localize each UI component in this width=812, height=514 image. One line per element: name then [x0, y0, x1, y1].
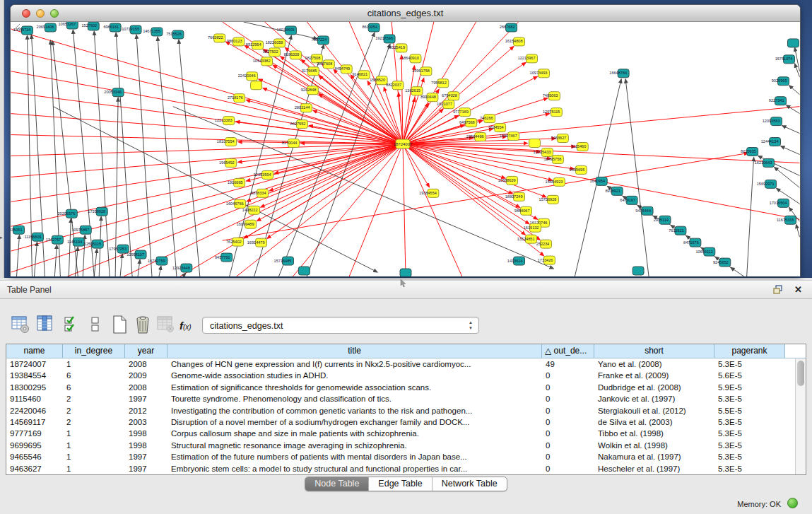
graph-node[interactable]: 17957253 — [109, 245, 129, 253]
graph-node[interactable]: 16154808 — [505, 37, 525, 46]
graph-node[interactable]: 6479197 — [620, 196, 637, 204]
table-cell[interactable]: 5.3E-5 — [714, 428, 785, 439]
graph-node[interactable]: 1965492 — [219, 158, 237, 167]
graph-node[interactable]: 10807467 — [500, 132, 519, 141]
table-cell[interactable]: Wolkin et al. (1998) — [594, 440, 714, 451]
graph-node[interactable]: 9146821 — [352, 71, 370, 79]
graph-node[interactable]: 15716485 — [274, 257, 294, 265]
table-cell[interactable]: 6 — [63, 382, 125, 393]
graph-node[interactable]: 1615132 — [524, 223, 541, 232]
table-cell[interactable]: 5.3E-5 — [714, 463, 785, 474]
memory-ok-indicator-icon[interactable] — [787, 498, 798, 508]
table-cell[interactable]: 0 — [542, 370, 594, 381]
graph-node[interactable]: 1413614 — [507, 257, 525, 265]
table-cell[interactable]: 0 — [542, 451, 594, 462]
graph-node[interactable]: 10688639 — [498, 176, 518, 185]
graph-node[interactable]: 12213383 — [215, 117, 235, 125]
graph-node[interactable]: 1640954 — [589, 177, 607, 185]
table-cell[interactable]: 6 — [63, 370, 125, 381]
table-cell[interactable]: 2008 — [125, 358, 167, 370]
table-cell[interactable]: 1 — [63, 358, 125, 370]
table-cell[interactable]: Stergiakouli et al. (2012) — [594, 405, 714, 416]
table-cell[interactable]: 2012 — [125, 405, 167, 416]
table-cell[interactable]: Tourette syndrome. Phenomenology and cla… — [167, 393, 542, 404]
resize-grip-icon[interactable] — [11, 22, 20, 32]
graph-node[interactable]: 20206576 — [57, 209, 77, 218]
graph-node[interactable]: 13524851 — [517, 235, 537, 243]
graph-node[interactable]: 16033809 — [277, 26, 297, 35]
table-cell[interactable]: 5.3E-5 — [714, 358, 785, 370]
graph-node[interactable]: 12093583 — [763, 117, 782, 126]
graph-node[interactable] — [632, 267, 644, 275]
graph-node[interactable]: 7663822 — [208, 34, 225, 42]
graph-node[interactable]: 7625402 — [226, 238, 244, 246]
table-cell[interactable]: 9699695 — [6, 440, 63, 451]
table-row[interactable]: 969969511998Structural magnetic resonanc… — [6, 440, 806, 451]
table-cell[interactable]: 9777169 — [6, 428, 63, 439]
window-titlebar[interactable]: citations_edges.txt — [11, 5, 800, 22]
table-row[interactable]: 1872400712008Changes of HCN gene express… — [6, 358, 806, 370]
graph-node[interactable]: 15654923 — [546, 177, 565, 186]
graph-node[interactable]: 9827502 — [263, 48, 281, 57]
graph-node[interactable]: 17016504 — [770, 199, 789, 207]
graph-node[interactable]: 1588520 — [370, 76, 387, 85]
table-row[interactable]: 977716911998Corpus callosum shape and si… — [6, 428, 806, 439]
graph-node[interactable]: 12923448 — [172, 264, 192, 272]
table-cell[interactable]: 1998 — [125, 428, 167, 439]
graph-node[interactable]: 1916685 — [228, 178, 245, 187]
column-header-short[interactable]: short — [594, 344, 714, 358]
table-cell[interactable]: 9463627 — [6, 463, 63, 474]
close-panel-icon[interactable]: ✕ — [794, 284, 802, 295]
function-builder-icon[interactable]: f(x) — [180, 320, 192, 332]
graph-node[interactable]: 1621077 — [437, 100, 454, 109]
graph-node[interactable]: 18107554 — [217, 138, 237, 146]
graph-node[interactable]: 17359928 — [88, 207, 107, 216]
citation-network-graph[interactable]: 1405572420691406106532671527602696616110… — [11, 22, 800, 276]
table-cell[interactable]: 5.3E-5 — [714, 451, 785, 462]
table-cell[interactable]: 49 — [542, 358, 594, 370]
graph-node[interactable]: 7515526 — [166, 30, 184, 39]
table-cell[interactable]: Hescheler et al. (1997) — [594, 463, 714, 474]
table-cell[interactable]: 0 — [542, 405, 594, 416]
graph-node[interactable]: 10958107 — [126, 250, 146, 259]
table-cell[interactable]: Estimation of significance thresholds fo… — [167, 382, 542, 393]
graph-node[interactable]: 2935114 — [654, 216, 671, 224]
graph-node[interactable]: 252234 — [536, 240, 552, 248]
column-header-name[interactable]: name — [6, 344, 63, 358]
graph-node[interactable]: 6966161 — [103, 23, 121, 32]
table-cell[interactable]: Franke et al. (2009) — [594, 370, 714, 381]
graph-node[interactable]: 15692971 — [757, 180, 777, 188]
graph-node[interactable]: 10719155 — [122, 25, 141, 34]
graph-node[interactable]: 15751074 — [775, 55, 795, 64]
table-cell[interactable]: 5.9E-5 — [714, 382, 785, 393]
graph-node[interactable]: 19384554 — [419, 189, 439, 197]
graph-node[interactable]: 10653267 — [58, 22, 78, 29]
graph-node[interactable]: 18640910 — [401, 54, 421, 63]
graph-node[interactable]: 12975115 — [543, 108, 562, 117]
table-cell[interactable]: Dudbridge et al. (2008) — [594, 382, 714, 393]
table-cell[interactable]: 5.3E-5 — [714, 416, 785, 428]
graph-node[interactable]: 8427552 — [290, 120, 308, 129]
graph-node[interactable]: 1362615 — [405, 87, 423, 95]
tab-network-table[interactable]: Network Table — [433, 477, 507, 491]
graph-node[interactable]: 2718176 — [228, 94, 245, 103]
table-cell[interactable]: 0 — [542, 440, 594, 451]
graph-node[interactable]: 18807249 — [505, 192, 525, 201]
graph-node[interactable]: 8170044 — [282, 139, 300, 148]
graph-node[interactable] — [400, 269, 411, 276]
column-header-in-degree[interactable]: in_degree — [63, 344, 125, 358]
graph-node[interactable]: 16648784 — [609, 69, 629, 78]
trash-icon[interactable] — [134, 315, 151, 334]
rows-icon[interactable] — [90, 315, 100, 334]
graph-node[interactable]: 7857224 — [312, 36, 329, 45]
graph-node[interactable]: 16210643 — [755, 158, 775, 167]
table-cell[interactable]: 2008 — [125, 382, 167, 393]
table-cell[interactable]: Genome-wide association studies in ADHD. — [167, 370, 542, 381]
graph-node[interactable]: 746266 — [480, 115, 495, 123]
graph-node[interactable]: 16046766 — [226, 199, 246, 208]
table-cell[interactable]: Investigating the contribution of common… — [167, 405, 542, 416]
table-cell[interactable]: Embryonic stem cells: a model to study s… — [167, 463, 542, 474]
table-cell[interactable]: 1 — [63, 428, 125, 439]
table-cell[interactable]: 14569117 — [6, 416, 63, 428]
graph-node[interactable] — [787, 39, 799, 47]
